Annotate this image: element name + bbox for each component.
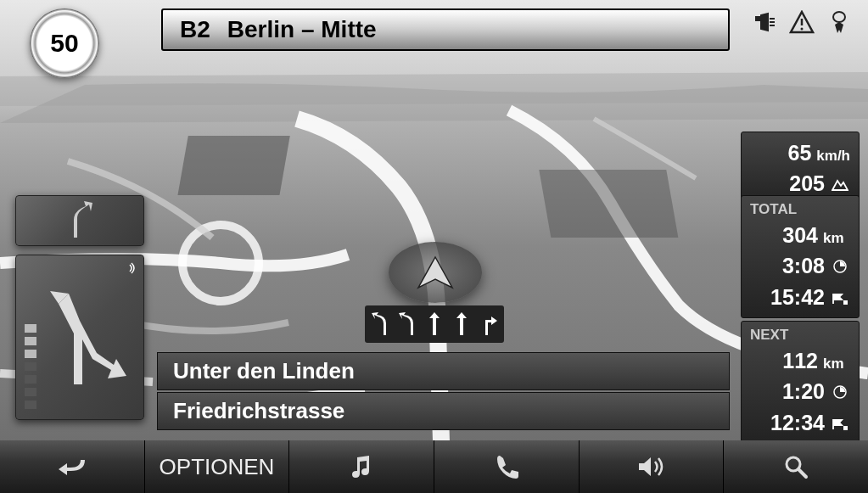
current-speed-unit: km/h [816, 146, 850, 167]
next-duration-value: 1:20 [782, 376, 825, 406]
current-speed-value: 65 [788, 137, 812, 168]
next-turn-preview[interactable] [15, 195, 144, 246]
current-street-bar: Friedrichstrasse [157, 392, 730, 430]
svg-point-4 [801, 28, 804, 31]
next-street-bar: Unter den Linden [157, 352, 730, 390]
road-id: B2 [180, 16, 210, 43]
arrival-flag-icon [830, 418, 850, 430]
speed-limit-value: 50 [50, 29, 78, 58]
lane-guidance [365, 305, 504, 343]
distance-notches [25, 324, 36, 409]
total-distance-value: 304 [782, 220, 818, 250]
turn-arrow-icon [59, 199, 101, 242]
total-duration-value: 3:08 [782, 250, 825, 281]
total-distance-unit: km [823, 228, 850, 249]
phone-button[interactable] [434, 440, 580, 493]
total-arrival-value: 15:42 [770, 282, 825, 312]
lane-straight-icon [450, 309, 473, 339]
phone-icon [493, 453, 520, 480]
search-button[interactable] [724, 440, 868, 493]
next-label: NEXT [750, 327, 850, 344]
lane-left-curve-icon [368, 309, 392, 339]
svg-line-11 [798, 469, 806, 477]
gps-icon [826, 8, 853, 36]
music-icon [349, 454, 374, 479]
back-button[interactable] [0, 440, 145, 493]
volume-icon [636, 455, 667, 479]
mountain-icon [830, 179, 850, 191]
music-button[interactable] [289, 440, 434, 493]
next-arrival-value: 12:34 [770, 407, 825, 438]
total-label: TOTAL [750, 201, 850, 218]
lane-left-curve-icon [395, 309, 419, 339]
speed-panel[interactable]: 65 km/h 205 [741, 132, 860, 205]
options-button[interactable]: OPTIONEN [145, 440, 290, 493]
primary-turn-arrow-icon [33, 287, 126, 389]
clock-icon [830, 385, 850, 399]
audio-guidance-icon [121, 262, 135, 277]
vehicle-position [389, 242, 482, 303]
tmc-icon [751, 8, 778, 36]
svg-rect-1 [539, 170, 678, 238]
next-street-name: Unter den Linden [173, 358, 355, 384]
lane-right-icon [477, 309, 501, 339]
svg-rect-7 [843, 300, 848, 305]
next-panel[interactable]: NEXT 112 km 1:20 12:34 [741, 321, 860, 444]
next-distance-value: 112 [782, 345, 818, 376]
next-distance-unit: km [823, 354, 850, 375]
arrival-flag-icon [830, 293, 850, 305]
primary-turn-panel[interactable] [15, 255, 144, 420]
toolbar: OPTIONEN [0, 440, 868, 493]
road-name: Berlin – Mitte [227, 16, 377, 43]
speed-limit-sign: 50 [30, 8, 99, 78]
svg-rect-0 [177, 136, 289, 195]
status-icons [751, 8, 853, 36]
road-banner: B2 Berlin – Mitte [161, 8, 730, 51]
options-label: OPTIONEN [160, 454, 275, 480]
svg-point-5 [833, 12, 845, 22]
clock-icon [830, 260, 850, 273]
volume-button[interactable] [580, 440, 725, 493]
back-icon [57, 456, 87, 478]
current-street-name: Friedrichstrasse [173, 398, 344, 424]
search-icon [783, 454, 809, 479]
warning-icon [788, 8, 815, 36]
svg-rect-9 [843, 426, 848, 430]
lane-straight-icon [423, 309, 446, 339]
total-panel[interactable]: TOTAL 304 km 3:08 15:42 [741, 195, 860, 318]
